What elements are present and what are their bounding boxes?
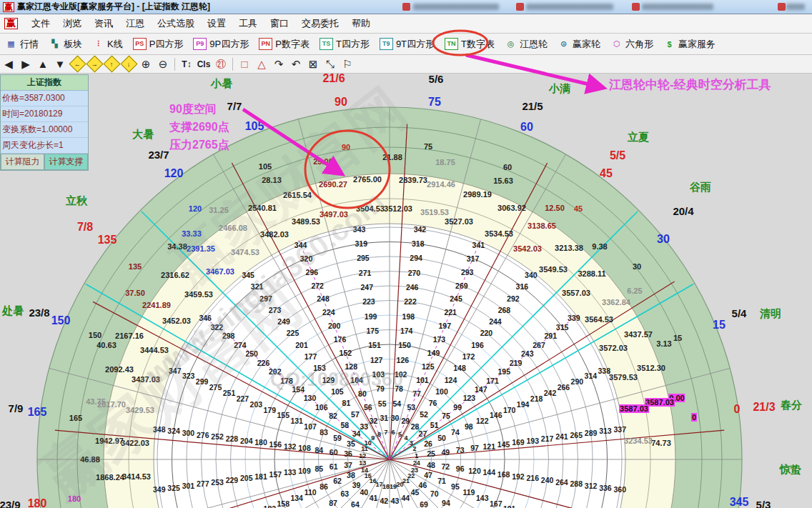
- toolbar-button-label: 赢家轮: [573, 38, 600, 51]
- hexagon-icon: ⬡: [610, 39, 623, 49]
- toolbar-separator: [232, 58, 233, 71]
- menu-item-交易委托[interactable]: 交易委托: [295, 15, 345, 32]
- menu-item-浏览[interactable]: 浏览: [56, 15, 88, 32]
- toolbar-button-hexagon[interactable]: ⬡六角形: [605, 36, 658, 52]
- shift-right-icon: →: [86, 55, 103, 72]
- toolbar-button-label: 六角形: [625, 38, 653, 51]
- panel-field: 变换系数=1.00000: [1, 122, 88, 138]
- winner-service-icon: $: [663, 39, 675, 49]
- toolbar-button-shift-down[interactable]: ↓: [120, 56, 137, 71]
- toolbar-button-nav-up[interactable]: ▲: [34, 56, 51, 71]
- toolbar-button-9t-square[interactable]: T99T四方形: [375, 36, 440, 52]
- toolbar-button-label: K线: [107, 38, 123, 51]
- toolbar-button-winner-wheel[interactable]: ⊙赢家轮: [553, 36, 605, 52]
- panel-title: 上证指数: [1, 75, 88, 91]
- menu-item-资讯[interactable]: 资讯: [88, 15, 119, 32]
- toolbar-button-shift-left[interactable]: ←: [69, 56, 86, 71]
- toolbar-button-nav-down[interactable]: ▼: [51, 56, 69, 71]
- shift-up-icon: ↑: [103, 55, 120, 72]
- blurred-title-fragment: [526, 4, 613, 10]
- toolbar-button-calendar[interactable]: ㉑: [212, 56, 229, 71]
- window-title: 赢家江恩专业版[赢家服务平台] - [上证指数 江恩轮]: [17, 1, 210, 13]
- background-app-icon: [402, 3, 410, 11]
- toolbar-button-label: 赢家服务: [678, 38, 716, 51]
- application-window: 赢 赢家江恩专业版[赢家服务平台] - [上证指数 江恩轮] 赢 文件浏览资讯江…: [0, 0, 812, 508]
- toolbar-button-label: T四方形: [336, 38, 370, 51]
- panel-rows: 价格=3587.0300时间=20180129变换系数=1.00000周天变化步…: [1, 91, 88, 154]
- menu-item-帮助[interactable]: 帮助: [345, 15, 377, 32]
- shift-left-icon: ←: [69, 55, 86, 72]
- toolbar-button-label: 行情: [20, 38, 39, 51]
- menu-logo-icon: 赢: [4, 18, 18, 29]
- toolbar-button-shift-right[interactable]: →: [86, 56, 103, 71]
- toolbar-button-flag-tool[interactable]: ⚐: [339, 56, 356, 71]
- app-logo-icon: 赢: [3, 2, 14, 12]
- blurred-title-fragment: [413, 4, 499, 10]
- toolbar-button-winner-service[interactable]: $赢家服务: [658, 36, 721, 52]
- blurred-title-fragment: [642, 4, 713, 10]
- toolbar-button-quotes[interactable]: ▦行情: [0, 36, 44, 52]
- toolbar-button-label: P数字表: [275, 38, 310, 51]
- toolbar-button-sectors[interactable]: ▚板块: [44, 36, 87, 52]
- toolbar-button-label: 板块: [64, 38, 82, 51]
- menu-item-窗口[interactable]: 窗口: [264, 15, 295, 32]
- toolbar-button-price-axis[interactable]: T↕: [178, 56, 195, 71]
- quotes-icon: ▦: [5, 39, 17, 49]
- toolbar-button-p-square[interactable]: PSP四方形: [128, 36, 189, 52]
- toolbar-button-square-tool[interactable]: □: [236, 56, 253, 71]
- menu-item-江恩[interactable]: 江恩: [119, 15, 151, 32]
- panel-field: 周天变化步长=1: [1, 138, 88, 154]
- panel-field: 时间=20180129: [1, 106, 88, 122]
- toolbar-separator: [174, 58, 175, 71]
- calc-support-button[interactable]: 计算支撑: [44, 154, 88, 170]
- gann-wheel-icon: ◎: [505, 39, 517, 49]
- toolbar-button-label: 9T四方形: [396, 38, 435, 51]
- toolbar-button-p-table[interactable]: PNP数字表: [254, 36, 315, 52]
- menu-items: 文件浏览资讯江恩公式选股设置工具窗口交易委托帮助: [25, 15, 377, 32]
- background-app-icon: [632, 3, 640, 11]
- toolbar-button-nav-left[interactable]: ◀: [0, 56, 17, 71]
- main-toolbar: ▦行情▚板块⫶K线PSP四方形P99P四方形PNP数字表TST四方形T99T四方…: [0, 34, 812, 55]
- panel-buttons: 计算阻力 计算支撑: [1, 154, 88, 170]
- toolbar-button-cls[interactable]: Cls: [195, 56, 212, 71]
- menu-bar: 赢 文件浏览资讯江恩公式选股设置工具窗口交易委托帮助: [0, 14, 812, 34]
- toolbar-button-triangle-tool[interactable]: △: [253, 56, 270, 71]
- 9t-square-icon: T9: [380, 38, 393, 50]
- blurred-title-fragment: [786, 4, 805, 10]
- p-table-icon: PN: [259, 38, 272, 50]
- toolbar-button-t-table[interactable]: TNT数字表: [440, 36, 500, 52]
- shift-down-icon: ↓: [120, 55, 137, 72]
- toolbar-button-shrink-tool[interactable]: ⤡: [322, 56, 339, 71]
- toolbar-button-label: 江恩轮: [520, 38, 548, 51]
- calc-resistance-button[interactable]: 计算阻力: [1, 154, 44, 170]
- menu-item-公式选股[interactable]: 公式选股: [151, 15, 201, 32]
- t-square-icon: TS: [320, 38, 333, 50]
- 9p-square-icon: P9: [193, 38, 207, 50]
- toolbar-button-label: P四方形: [149, 38, 184, 51]
- menu-item-工具[interactable]: 工具: [232, 15, 264, 32]
- toolbar-button-rotate-ccw[interactable]: ↶: [287, 56, 304, 71]
- background-app-icon: [778, 3, 786, 11]
- toolbar-button-zoom-out[interactable]: ⊖: [154, 56, 172, 71]
- toolbar-button-nav-right[interactable]: ▶: [17, 56, 34, 71]
- panel-field: 价格=3587.0300: [1, 91, 88, 106]
- winner-wheel-icon: ⊙: [558, 39, 570, 49]
- menu-item-文件[interactable]: 文件: [25, 15, 56, 32]
- toolbar-button-kline[interactable]: ⫶K线: [87, 36, 128, 52]
- background-app-icon: [516, 3, 524, 11]
- toolbar-button-label: 9P四方形: [209, 38, 249, 51]
- kline-icon: ⫶: [92, 39, 104, 49]
- toolbar-button-t-square[interactable]: TST四方形: [315, 36, 375, 52]
- menu-item-设置[interactable]: 设置: [201, 15, 232, 32]
- toolbar-button-zoom-in[interactable]: ⊕: [137, 56, 154, 71]
- index-info-panel: 上证指数 价格=3587.0300时间=20180129变换系数=1.00000…: [0, 74, 89, 171]
- p-square-icon: PS: [133, 38, 147, 50]
- toolbar-button-9p-square[interactable]: P99P四方形: [188, 36, 254, 52]
- toolbar-button-rotate-cw[interactable]: ↷: [270, 56, 287, 71]
- toolbar-button-label: T数字表: [461, 38, 495, 51]
- toolbar-button-shift-up[interactable]: ↑: [103, 56, 120, 71]
- toolbar-button-frame-tool[interactable]: ⊠: [304, 56, 322, 71]
- sectors-icon: ▚: [49, 39, 61, 49]
- t-table-icon: TN: [445, 38, 458, 50]
- toolbar-button-gann-wheel[interactable]: ◎江恩轮: [500, 36, 553, 52]
